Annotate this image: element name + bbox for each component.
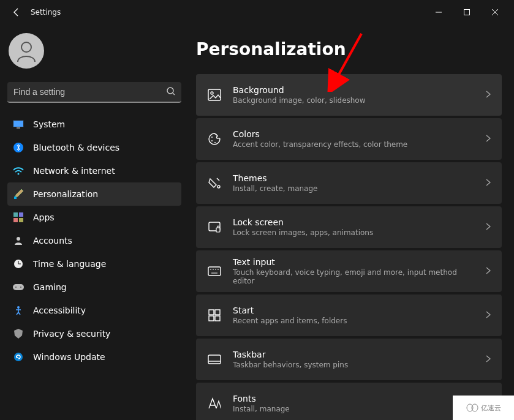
svg-point-19	[15, 287, 17, 288]
sidebar-item-apps[interactable]: Apps	[7, 206, 181, 229]
sidebar-item-system[interactable]: System	[7, 113, 181, 136]
svg-rect-37	[209, 310, 214, 315]
shield-icon	[12, 328, 25, 340]
sidebar-item-windows-update[interactable]: Windows Update	[7, 345, 181, 369]
lock-screen-icon	[207, 220, 222, 234]
sidebar-item-bluetooth[interactable]: Bluetooth & devices	[7, 136, 181, 159]
svg-point-28	[217, 186, 220, 188]
start-icon	[207, 308, 222, 323]
sidebar-item-label: Time & language	[33, 259, 106, 269]
card-lock-screen[interactable]: Lock screenLock screen images, apps, ani…	[196, 206, 502, 248]
brush-icon	[12, 188, 25, 200]
svg-rect-10	[13, 212, 18, 217]
svg-point-22	[14, 353, 23, 361]
themes-icon	[207, 176, 222, 190]
sidebar-item-accounts[interactable]: Accounts	[7, 229, 181, 252]
svg-point-21	[17, 306, 20, 309]
card-title: Text input	[233, 257, 475, 267]
card-title: Fonts	[233, 394, 475, 403]
card-title: Themes	[233, 173, 475, 183]
svg-point-27	[214, 142, 216, 143]
back-button[interactable]	[5, 1, 28, 24]
svg-line-4	[173, 93, 175, 95]
card-taskbar[interactable]: TaskbarTaskbar behaviors, system pins	[196, 339, 502, 380]
sidebar-item-label: Network & internet	[33, 166, 115, 176]
chevron-right-icon	[486, 134, 491, 144]
card-subtitle: Lock screen images, apps, animations	[233, 228, 475, 237]
svg-rect-11	[19, 212, 23, 217]
avatar[interactable]	[9, 33, 44, 69]
card-title: Start	[233, 306, 475, 315]
card-text-input[interactable]: Text inputTouch keyboard, voice typing, …	[196, 250, 502, 292]
chevron-right-icon	[486, 178, 491, 188]
card-subtitle: Taskbar behaviors, system pins	[233, 361, 475, 369]
card-title: Taskbar	[233, 350, 475, 359]
svg-rect-41	[208, 355, 221, 364]
card-subtitle: Background image, color, slideshow	[233, 96, 475, 105]
card-title: Lock screen	[233, 217, 475, 227]
svg-point-20	[20, 287, 21, 288]
sidebar-item-label: Privacy & security	[33, 329, 110, 339]
sidebar-item-label: Accounts	[33, 236, 72, 246]
titlebar: Settings	[0, 0, 514, 24]
card-title: Colors	[233, 129, 475, 139]
bluetooth-icon	[12, 141, 25, 154]
gaming-icon	[12, 281, 25, 293]
search-input[interactable]	[7, 82, 181, 103]
taskbar-icon	[207, 352, 222, 367]
sidebar-item-accessibility[interactable]: Accessibility	[7, 299, 181, 322]
svg-rect-30	[216, 228, 220, 232]
sidebar-item-gaming[interactable]: Gaming	[7, 276, 181, 299]
main-content: Personalization BackgroundBackground ima…	[189, 24, 514, 420]
card-subtitle: Install, create, manage	[233, 184, 475, 193]
window-controls	[425, 2, 509, 22]
svg-rect-38	[215, 310, 220, 315]
image-icon	[207, 88, 222, 102]
card-subtitle: Install, manage	[233, 405, 475, 413]
app-title: Settings	[31, 8, 61, 17]
svg-rect-40	[215, 316, 220, 321]
update-icon	[12, 351, 25, 363]
sidebar-item-label: Gaming	[33, 282, 67, 292]
chevron-right-icon	[486, 354, 491, 364]
sidebar-item-personalization[interactable]: Personalization	[7, 182, 181, 206]
svg-point-2	[21, 42, 31, 52]
watermark: 亿速云	[453, 396, 514, 420]
card-subtitle: Recent apps and items, folders	[233, 317, 475, 325]
palette-icon	[207, 132, 222, 146]
apps-icon	[12, 211, 25, 223]
maximize-button[interactable]	[453, 2, 481, 22]
svg-rect-9	[14, 197, 17, 199]
accessibility-icon	[12, 304, 25, 317]
svg-point-25	[211, 137, 213, 138]
svg-rect-5	[13, 121, 24, 127]
svg-rect-1	[464, 10, 470, 15]
svg-rect-39	[209, 316, 214, 321]
svg-point-24	[211, 92, 213, 94]
search-field[interactable]	[13, 87, 167, 97]
svg-rect-18	[13, 284, 24, 290]
sidebar-item-privacy[interactable]: Privacy & security	[7, 322, 181, 345]
card-start[interactable]: StartRecent apps and items, folders	[196, 294, 502, 336]
sidebar-item-time-language[interactable]: Time & language	[7, 252, 181, 276]
svg-point-26	[211, 140, 213, 141]
sidebar-item-network[interactable]: Network & internet	[7, 159, 181, 182]
card-subtitle: Touch keyboard, voice typing, emoji and …	[233, 268, 475, 285]
clock-icon	[12, 258, 25, 270]
close-button[interactable]	[481, 2, 509, 22]
card-themes[interactable]: ThemesInstall, create, manage	[196, 162, 502, 204]
fonts-icon	[207, 396, 222, 411]
search-icon[interactable]	[167, 87, 175, 97]
svg-point-14	[17, 237, 20, 241]
sidebar-item-label: Bluetooth & devices	[33, 143, 119, 152]
card-title: Background	[233, 85, 475, 95]
minimize-button[interactable]	[425, 2, 453, 22]
card-background[interactable]: BackgroundBackground image, color, slide…	[196, 74, 502, 116]
sidebar-item-label: Accessibility	[33, 306, 86, 315]
card-colors[interactable]: ColorsAccent color, transparency effects…	[196, 118, 502, 160]
nav-list: System Bluetooth & devices Network & int…	[7, 113, 181, 369]
sidebar-item-label: Windows Update	[33, 352, 105, 362]
card-subtitle: Accent color, transparency effects, colo…	[233, 140, 475, 149]
sidebar: System Bluetooth & devices Network & int…	[0, 24, 189, 420]
chevron-right-icon	[486, 90, 491, 100]
